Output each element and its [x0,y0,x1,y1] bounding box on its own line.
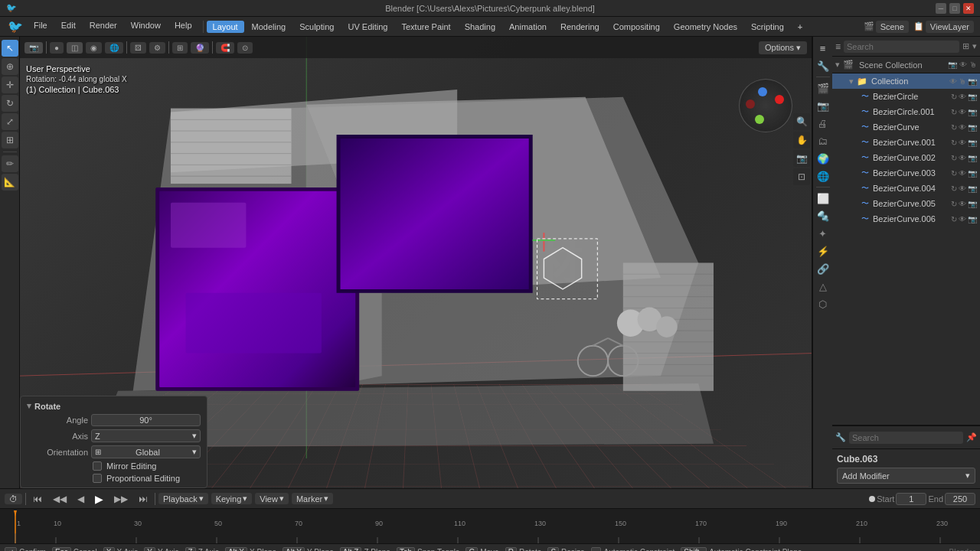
object-properties-button[interactable]: ⬜ [815,190,831,207]
shading-options[interactable]: ⚙ [149,42,165,54]
physics-properties-button[interactable]: ⚡ [815,243,831,259]
jump-prev-keyframe-button[interactable]: ◀◀ [49,493,70,505]
gizmo-toggle[interactable]: 🔮 [191,42,209,54]
item-action-5-eye[interactable]: 👁 [959,169,966,178]
menu-file[interactable]: File [28,19,54,34]
item-action-2-refresh[interactable]: ↻ [951,123,957,132]
transform-tool-button[interactable]: ⊞ [2,132,18,148]
outliner-item-8[interactable]: 〜 BezierCurve.006 ↻ 👁 📷 [832,211,980,227]
outliner-search-input[interactable] [844,41,959,53]
outliner-item-6[interactable]: 〜 BezierCurve.004 ↻ 👁 📷 [832,181,980,196]
workspace-scripting[interactable]: Scripting [745,21,790,33]
render-properties-button[interactable]: 📷 [815,97,831,114]
add-modifier-button[interactable]: Add Modifier ▾ [837,468,975,484]
orientation-dropdown[interactable]: ⊞ Global ▾ [91,445,201,458]
item-action-8-camera[interactable]: 📷 [968,215,977,223]
viewport-shading-wireframe[interactable]: ◫ [67,42,83,54]
collection-action-3[interactable]: 📷 [968,77,977,86]
scene-collection-hide-select[interactable]: 🖱 [969,60,977,69]
item-action-3-camera[interactable]: 📷 [968,139,977,147]
play-button[interactable]: ▶ [91,492,107,506]
outliner-collection-item[interactable]: ▾ 📁 Collection 👁 🖱 📷 [832,73,980,89]
viewlayer-selector[interactable]: ViewLayer [926,21,974,33]
workspace-shading[interactable]: Shading [459,21,501,33]
jump-next-keyframe-button[interactable]: ▶▶ [110,493,132,505]
marker-dropdown[interactable]: Marker ▾ [292,493,333,504]
item-action-2-eye[interactable]: 👁 [959,123,966,132]
jump-to-start-button[interactable]: ⏮ [29,493,46,505]
item-action-6-eye[interactable]: 👁 [959,184,966,193]
measure-tool-button[interactable]: 📐 [2,174,18,191]
item-action-7-eye[interactable]: 👁 [959,200,966,208]
item-action-5-refresh[interactable]: ↻ [951,169,957,178]
move-tool-button[interactable]: ✛ [2,77,18,93]
close-button[interactable]: ✕ [963,3,974,14]
menu-help[interactable]: Help [168,19,198,34]
collection-action-2[interactable]: 🖱 [959,77,966,86]
item-action-0-eye[interactable]: 👁 [959,93,966,101]
properties-search-input[interactable] [849,432,963,444]
outliner-icon-button[interactable]: ≡ [815,40,831,57]
item-action-6-camera[interactable]: 📷 [968,184,977,193]
outliner-item-1[interactable]: 〜 BezierCircle.001 ↻ 👁 📷 [832,104,980,119]
view-layer-properties-button[interactable]: 🗂 [815,132,831,149]
menu-edit[interactable]: Edit [55,19,82,34]
workspace-sculpting[interactable]: Sculpting [293,21,340,33]
workspace-texture-paint[interactable]: Texture Paint [395,21,456,33]
scene-collection-restrict-camera[interactable]: 📷 [948,60,957,69]
item-action-4-refresh[interactable]: ↻ [951,154,957,162]
constraints-properties-button[interactable]: 🔗 [815,260,831,277]
item-action-7-camera[interactable]: 📷 [968,200,977,208]
zoom-in-button[interactable]: 🔍 [793,113,810,130]
menu-render[interactable]: Render [83,19,123,34]
xray-toggle[interactable]: ⚄ [130,42,146,54]
frame-all-button[interactable]: ⊡ [793,168,810,185]
workspace-animation[interactable]: Animation [503,21,553,33]
viewport-gizmo[interactable] [735,75,796,136]
workspace-add[interactable]: + [792,21,808,33]
workspace-modeling[interactable]: Modeling [246,21,292,33]
cursor-tool-button[interactable]: ⊕ [2,58,18,75]
properties-icon-button[interactable]: 🔧 [815,57,831,74]
editor-type-timeline[interactable]: ⏱ [5,494,22,504]
item-action-0-camera[interactable]: 📷 [968,93,977,101]
modifier-properties-button[interactable]: 🔩 [815,207,831,224]
item-action-1-eye[interactable]: 👁 [959,108,966,116]
scene-collection-item[interactable]: ▾ 🎬 Scene Collection 📷 👁 🖱 [832,57,980,73]
viewport-shading-solid[interactable]: ● [50,42,64,54]
select-tool-button[interactable]: ↖ [2,40,18,57]
workspace-compositing[interactable]: Compositing [607,21,666,33]
outliner-filter-icon[interactable]: ⊞ [962,41,969,51]
workspace-rendering[interactable]: Rendering [554,21,606,33]
keying-dropdown[interactable]: Keying ▾ [211,493,253,504]
item-action-4-camera[interactable]: 📷 [968,154,977,162]
menu-window[interactable]: Window [125,19,167,34]
outliner-item-5[interactable]: 〜 BezierCurve.003 ↻ 👁 📷 [832,165,980,181]
object-data-properties-button[interactable]: △ [815,278,831,295]
item-action-3-eye[interactable]: 👁 [959,139,966,147]
scene-properties-icon[interactable]: 🌍 [815,150,831,167]
toggle-camera-button[interactable]: 📷 [793,150,810,167]
scene-properties-button[interactable]: 🎬 [815,80,831,96]
workspace-geometry-nodes[interactable]: Geometry Nodes [668,21,743,33]
item-action-1-camera[interactable]: 📷 [968,108,977,116]
rotate-tool-button[interactable]: ↻ [2,95,18,112]
item-action-8-eye[interactable]: 👁 [959,215,966,223]
material-properties-button[interactable]: ⬡ [815,295,831,312]
snap-toggle-header[interactable]: 🧲 [216,42,234,54]
viewport[interactable]: RRCG 大人素材 [20,37,812,488]
item-action-6-refresh[interactable]: ↻ [951,184,957,193]
outliner-item-4[interactable]: 〜 BezierCurve.002 ↻ 👁 📷 [832,150,980,165]
world-properties-button[interactable]: 🌐 [815,168,831,184]
view-dropdown[interactable]: View ▾ [255,493,289,504]
options-button[interactable]: Options ▾ [759,41,807,54]
editor-type-button[interactable]: 📷 [24,42,43,54]
play-reverse-button[interactable]: ◀ [74,493,88,505]
maximize-button[interactable]: □ [949,3,960,14]
mirror-editing-checkbox[interactable] [93,461,102,471]
viewport-shading-render[interactable]: 🌐 [105,42,123,54]
proportional-edit[interactable]: ⊙ [237,42,253,54]
workspace-uv-editing[interactable]: UV Editing [341,21,394,33]
item-action-5-camera[interactable]: 📷 [968,169,977,178]
scene-collection-restrict-render[interactable]: 👁 [959,60,967,69]
